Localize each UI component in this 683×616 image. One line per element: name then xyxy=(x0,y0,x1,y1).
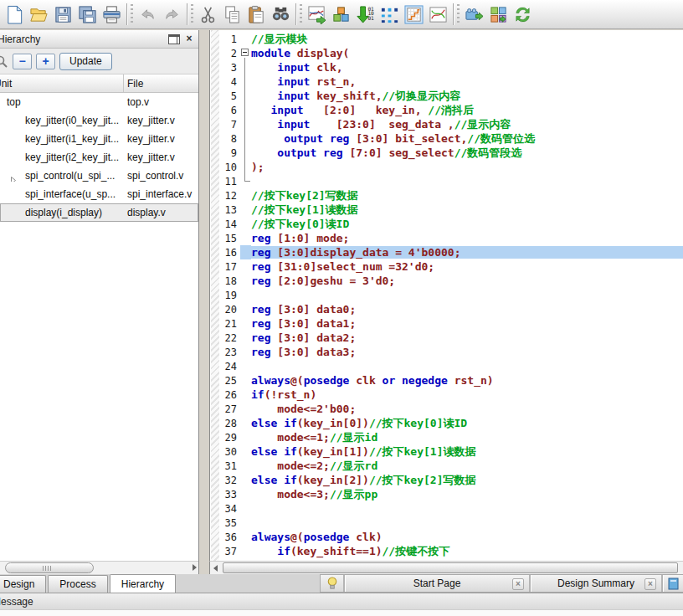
unit-cell[interactable]: key_jitter(i1_key_jit... xyxy=(0,133,124,145)
paste-icon[interactable] xyxy=(244,3,269,27)
fpga-editor-icon[interactable] xyxy=(402,3,426,27)
code-text[interactable]: mode<=2'b00; xyxy=(251,403,683,415)
core-generator-icon[interactable] xyxy=(462,3,486,27)
cut-icon[interactable] xyxy=(196,3,220,27)
code-text[interactable]: mode<=2;//显示rd xyxy=(251,459,683,474)
copy-icon[interactable] xyxy=(220,3,244,27)
code-text[interactable]: reg [3:0] data2; xyxy=(251,331,683,344)
code-line[interactable]: 26if(!rst_n) xyxy=(210,388,683,402)
redo-icon[interactable] xyxy=(160,3,184,27)
code-line[interactable]: 4 input rst_n, xyxy=(210,74,683,89)
code-line[interactable]: 17reg [31:0]select_num =32'd0; xyxy=(210,259,683,274)
code-text[interactable]: //按下key[0]读ID xyxy=(251,217,683,232)
tab-design[interactable]: Design xyxy=(0,575,46,593)
code-text[interactable]: reg [3:0] data0; xyxy=(251,303,683,316)
code-text[interactable]: //按下key[2]写数据 xyxy=(251,188,683,203)
code-line[interactable]: 21reg [3:0] data1; xyxy=(210,316,683,331)
unit-cell[interactable]: display(i_display) xyxy=(0,207,124,218)
expand-all-button[interactable]: + xyxy=(36,54,55,69)
code-text[interactable]: mode<=1;//显示id xyxy=(251,430,683,445)
design-blocks-icon[interactable] xyxy=(329,3,353,27)
code-line[interactable]: 28else if(key_in[0])//按下key[0]读ID xyxy=(210,416,683,430)
code-text[interactable]: if(!rst_n) xyxy=(251,388,683,401)
code-line[interactable]: 36always@(posedge clk) xyxy=(210,530,683,544)
float-window-icon[interactable] xyxy=(168,34,180,44)
code-text[interactable]: input [2:0] key_in, //消抖后 xyxy=(251,103,683,118)
code-text[interactable]: //显示模块 xyxy=(251,32,683,47)
code-line[interactable]: 20reg [3:0] data0; xyxy=(210,302,683,316)
tree-row[interactable]: key_jitter(i0_key_jit...key_jitter.v xyxy=(0,111,198,130)
close-icon[interactable]: × xyxy=(183,33,195,45)
doc-tab-design-summary[interactable]: Design Summary× xyxy=(529,575,661,592)
code-line[interactable]: 31 mode<=2;//显示rd xyxy=(210,459,683,473)
hierarchy-hscrollbar[interactable] xyxy=(0,561,198,574)
implement-chart-icon[interactable] xyxy=(305,3,329,27)
code-line[interactable]: 27 mode<=2'b00; xyxy=(210,402,683,416)
scrollbar-thumb[interactable] xyxy=(5,562,94,573)
planahead-icon[interactable] xyxy=(486,3,511,27)
refresh-icon[interactable] xyxy=(511,3,535,27)
find-icon[interactable] xyxy=(269,3,293,27)
undo-icon[interactable] xyxy=(136,3,160,27)
code-text[interactable]: input rst_n, xyxy=(251,75,683,88)
code-text[interactable]: output reg [7:0] seg_select//数码管段选 xyxy=(251,146,683,161)
simulation-icon[interactable] xyxy=(377,3,402,27)
code-line[interactable]: 3 input clk, xyxy=(210,60,683,74)
tab-process[interactable]: Process xyxy=(48,575,107,593)
editor-hscrollbar[interactable] xyxy=(209,561,683,574)
open-folder-icon[interactable] xyxy=(27,3,51,27)
update-button[interactable]: Update xyxy=(59,53,112,70)
code-line[interactable]: 5 input key_shift,//切换显示内容 xyxy=(210,89,683,103)
code-line[interactable]: 2module display( xyxy=(210,46,683,60)
code-line[interactable]: 32else if(key_in[2])//按下key[2]写数据 xyxy=(210,473,683,487)
code-line[interactable]: 37 if(key_shift==1)//按键不按下 xyxy=(210,544,683,558)
code-line[interactable]: 11 xyxy=(210,174,683,188)
code-line[interactable]: 6 input [2:0] key_in, //消抖后 xyxy=(210,103,683,117)
unit-cell[interactable]: key_jitter(i0_key_jit... xyxy=(0,115,124,126)
tree-row[interactable]: key_jitter(i1_key_jit...key_jitter.v xyxy=(0,130,198,148)
code-text[interactable]: reg [3:0] data3; xyxy=(251,346,683,358)
code-text[interactable]: input [23:0] seg_data ,//显示内容 xyxy=(251,117,683,132)
file-cell[interactable]: key_jitter.v xyxy=(124,151,198,163)
file-cell[interactable]: key_jitter.v xyxy=(124,133,198,145)
code-line[interactable]: 22reg [3:0] data2; xyxy=(210,331,683,345)
message-panel-titlebar[interactable]: Message xyxy=(0,593,683,609)
code-line[interactable]: 33 mode<=3;//显示pp xyxy=(210,487,683,501)
unit-cell[interactable]: spi_interface(u_sp... xyxy=(0,188,124,200)
close-icon[interactable]: × xyxy=(644,578,656,590)
doc-tab-start-page[interactable]: Start Page× xyxy=(343,575,529,592)
code-line[interactable]: 10); xyxy=(210,160,683,174)
save-all-icon[interactable] xyxy=(75,3,100,27)
column-header-unit[interactable]: Unit xyxy=(0,74,124,92)
search-icon[interactable] xyxy=(0,54,8,69)
code-line[interactable]: 19 xyxy=(210,288,683,302)
code-line[interactable]: 24 xyxy=(210,359,683,373)
close-icon[interactable]: × xyxy=(512,578,524,590)
scroll-right-icon[interactable] xyxy=(193,564,197,571)
scroll-left-icon[interactable] xyxy=(213,565,218,572)
file-cell[interactable]: top.v xyxy=(124,96,198,108)
code-line[interactable]: 25always@(posedge clk or negedge rst_n) xyxy=(210,373,683,388)
tab-hierarchy[interactable]: Hierarchy xyxy=(110,574,176,593)
code-text[interactable]: else if(key_in[0])//按下key[0]读ID xyxy=(251,416,683,431)
code-text[interactable]: reg [3:0]display_data = 4'b0000; xyxy=(251,246,683,259)
code-text[interactable]: else if(key_in[1])//按下key[1]读数据 xyxy=(251,444,683,459)
code-line[interactable]: 23reg [3:0] data3; xyxy=(210,345,683,359)
column-header-file[interactable]: File xyxy=(124,78,198,90)
code-line[interactable]: 16reg [3:0]display_data = 4'b0000; xyxy=(210,245,683,259)
tree-row[interactable]: key_jitter(i2_key_jit...key_jitter.v xyxy=(0,148,198,167)
code-text[interactable]: if(key_shift==1)//按键不按下 xyxy=(251,544,683,559)
code-text[interactable]: reg [31:0]select_num =32'd0; xyxy=(251,260,683,273)
file-cell[interactable]: key_jitter.v xyxy=(124,115,198,126)
code-text[interactable]: output reg [3:0] bit_select,//数码管位选 xyxy=(251,131,683,146)
code-text[interactable]: reg [2:0]geshu = 3'd0; xyxy=(251,275,683,287)
code-line[interactable]: 18reg [2:0]geshu = 3'd0; xyxy=(210,274,683,288)
code-text[interactable]: always@(posedge clk or negedge rst_n) xyxy=(251,374,683,387)
file-cell[interactable]: display.v xyxy=(124,207,198,218)
code-line[interactable]: 30else if(key_in[1])//按下key[1]读数据 xyxy=(210,444,683,459)
code-line[interactable]: 9 output reg [7:0] seg_select//数码管段选 xyxy=(210,146,683,160)
code-editor[interactable]: 1//显示模块2module display(3 input clk,4 inp… xyxy=(209,30,683,561)
unit-cell[interactable]: spi_control(u_spi_... xyxy=(0,170,124,182)
tree-row[interactable]: toptop.v xyxy=(0,93,198,111)
doc-tab-partial[interactable] xyxy=(661,575,683,592)
